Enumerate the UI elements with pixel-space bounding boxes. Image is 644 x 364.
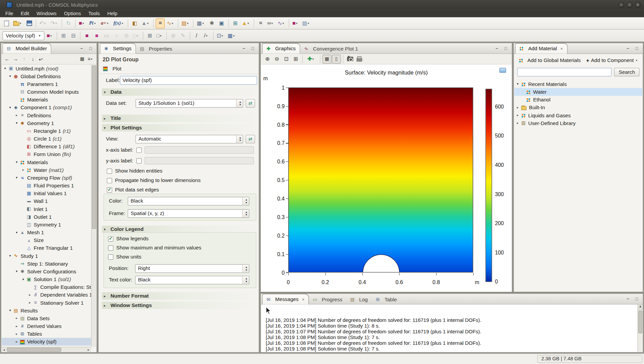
maximize-panel-button[interactable] (503, 46, 509, 51)
view-combo[interactable]: Automatic (135, 134, 243, 143)
tree-item-free-triangular[interactable]: Free Triangular 1 (2, 244, 91, 252)
window-layout-button[interactable]: ▦ (196, 18, 206, 28)
compute-button[interactable]: = (156, 18, 165, 28)
move-up-button[interactable]: ↑ (20, 55, 28, 63)
show-max-min-checkbox[interactable] (108, 245, 114, 250)
material-item-recent[interactable]: Recent Materials (514, 80, 642, 88)
search-button[interactable]: Search (614, 68, 639, 77)
section-plot-settings[interactable]: Plot Settings (102, 124, 255, 131)
tree-item-rectangle[interactable]: Rectangle 1(r1) (2, 127, 91, 135)
reset-desktop-button[interactable]: ▣ (217, 18, 226, 28)
x-axis-checkbox[interactable] (136, 147, 142, 153)
circle-tool-button[interactable]: ○ (112, 31, 121, 40)
tree-item-circle[interactable]: Circle 1(c1) (2, 135, 91, 143)
tree-item-inlet[interactable]: Inlet 1 (2, 205, 91, 213)
tab-progress[interactable]: Progress (309, 295, 347, 304)
undo-button[interactable]: ↶ (38, 18, 48, 28)
tree-item-parameters[interactable]: Parameters 1 (2, 80, 91, 88)
default-view-button[interactable]: ✚ (305, 55, 318, 64)
menu-help[interactable]: Help (103, 10, 121, 17)
minimize-panel-button[interactable] (625, 296, 631, 302)
plot-context-icon[interactable] (500, 68, 506, 73)
tab-graphics[interactable]: Graphics (262, 43, 300, 54)
close-tab-icon[interactable] (560, 46, 563, 51)
menu-edit[interactable]: Edit (17, 10, 33, 17)
edit-plot-button[interactable]: ✎ (179, 31, 188, 40)
material-search-input[interactable] (517, 68, 612, 77)
tree-item-initial-values[interactable]: Initial Values 1 (2, 189, 91, 197)
tree-item-solver-configurations[interactable]: Solver Configurations (2, 268, 91, 275)
snapshot-button[interactable] (346, 55, 355, 64)
plot-button[interactable]: Plot (112, 66, 121, 71)
tree-item-definitions[interactable]: Definitions (2, 111, 91, 119)
build-mesh-button[interactable]: ▲ (140, 18, 151, 28)
add-to-global-materials-button[interactable]: Add to Global Materials (516, 57, 582, 64)
y-axis-checkbox[interactable] (136, 158, 142, 163)
report-button[interactable]: ▲ (240, 18, 252, 28)
expander-icon[interactable] (14, 316, 19, 320)
tree-item-global-definitions[interactable]: Global Definitions (2, 72, 91, 80)
minimize-window-button[interactable] (618, 2, 624, 8)
tree-item-stationary-solver[interactable]: Stationary Solver 1 (2, 299, 91, 307)
minimize-panel-button[interactable] (625, 46, 631, 51)
tree-item-fluid-properties[interactable]: Fluid Properties 1 (2, 182, 91, 189)
tree-item-derived-values[interactable]: Derived Values (2, 322, 91, 330)
tree-item-dependent-variables[interactable]: Dependent Variables 1 (2, 291, 91, 299)
tree-item-wall[interactable]: Wall 1 (2, 197, 91, 205)
tree-item-geometry[interactable]: Geometry 1 (2, 119, 91, 127)
material-item-ethanol[interactable]: Ethanol (514, 96, 642, 103)
maximize-panel-button[interactable] (634, 296, 640, 302)
expander-icon[interactable] (21, 277, 26, 281)
expander-icon[interactable] (14, 340, 19, 343)
tab-properties[interactable]: Properties (136, 44, 176, 53)
expander-icon[interactable] (27, 301, 32, 305)
save-button[interactable] (25, 18, 34, 28)
tree-item-solution[interactable]: Solution 1(sol1) (2, 275, 91, 283)
tree-item-mesh[interactable]: Mesh 1 (2, 229, 91, 236)
messages-body[interactable]: [Jul 16, 2019 1:04 PM] Number of degrees… (261, 305, 638, 352)
expander-icon[interactable] (7, 254, 13, 258)
tab-convergence-plot[interactable]: Convergence Plot 1 (300, 44, 362, 53)
tree-item-size[interactable]: Size (2, 236, 91, 244)
add-material-button[interactable]: ■ (291, 18, 300, 28)
section-window-settings[interactable]: Window Settings (102, 302, 255, 309)
label-input[interactable] (120, 76, 257, 85)
tree-item-global-materials[interactable]: Materials (2, 96, 91, 103)
tab-add-material[interactable]: Add Material (515, 43, 568, 54)
equation-view-button[interactable]: = (256, 18, 265, 28)
probe-button[interactable]: ∿ (276, 18, 286, 28)
line-tool-button[interactable]: / (192, 31, 201, 40)
expander-icon[interactable] (14, 231, 19, 234)
functions-button[interactable]: f(x) (112, 18, 126, 28)
variables-button[interactable]: a= (99, 18, 111, 28)
close-window-button[interactable] (635, 2, 641, 8)
zoom-selected-button[interactable]: □ (155, 31, 164, 40)
material-item-water[interactable]: Water (514, 88, 642, 96)
shape-menu-button[interactable]: □ (132, 31, 141, 40)
build-all-button[interactable]: ◧ (130, 18, 139, 28)
tree-item-tables[interactable]: Tables (2, 330, 91, 338)
expander-icon[interactable] (14, 176, 19, 180)
scroll-right-icon[interactable]: ▸ (86, 348, 91, 352)
plot-edges-checkbox[interactable] (107, 187, 112, 192)
tree-item-water[interactable]: Water(mat1) (2, 166, 91, 174)
new-file-button[interactable] (2, 18, 11, 28)
tab-model-builder[interactable]: Model Builder (2, 43, 52, 54)
section-data[interactable]: Data (102, 88, 255, 96)
tab-messages[interactable]: Messages (262, 294, 309, 305)
material-item-liquids-gases[interactable]: Liquids and Gases (514, 111, 642, 119)
messages-scrollbar[interactable]: ▲ (638, 305, 643, 352)
plot-group-combo[interactable]: Velocity (spf) (2, 31, 44, 40)
scrollbar-thumb[interactable] (92, 65, 96, 229)
minimize-panel-button[interactable] (78, 46, 85, 51)
menu-file[interactable]: File (2, 10, 17, 17)
refresh-solution-button[interactable]: ↻ (64, 18, 73, 28)
expander-icon[interactable] (7, 74, 13, 78)
close-tab-icon[interactable] (302, 297, 304, 302)
point-tool-button[interactable]: ⊙ (122, 31, 131, 40)
zoom-out-button[interactable]: ⊖ (272, 55, 281, 64)
go-to-view-button[interactable]: ⇄ (246, 134, 255, 143)
expander-icon[interactable] (27, 293, 32, 297)
export-plot-button[interactable]: ▦ (226, 31, 237, 40)
go-to-source-button[interactable]: ⇄ (246, 99, 255, 108)
